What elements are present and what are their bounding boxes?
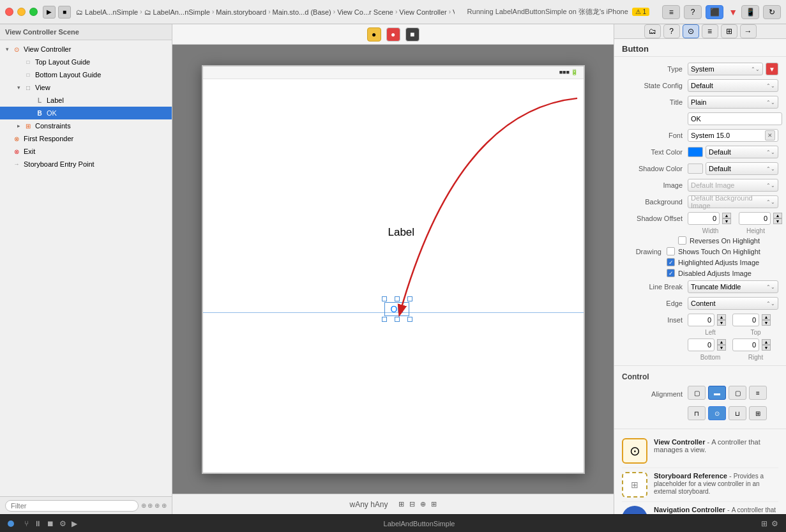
bottom-right-labels-row: Bottom Right [614, 353, 786, 361]
background-select[interactable]: Default Background Image ⌃⌄ [688, 195, 778, 208]
canvas-icon-zoom[interactable]: ⊕ [420, 500, 426, 508]
tree-item-view[interactable]: □ View [0, 81, 172, 94]
shadow-w-down[interactable]: ▼ [722, 218, 731, 224]
filter-input[interactable] [5, 500, 139, 512]
font-clear-btn[interactable]: ✕ [765, 130, 775, 141]
breadcrumb-item-2[interactable]: 🗂 LabelAn...nSimple [144, 8, 210, 16]
align-justify-btn[interactable]: ≡ [749, 386, 767, 400]
stop-button[interactable]: ■ [58, 6, 71, 19]
breadcrumb-item-5[interactable]: View Co...r Scene [337, 8, 393, 16]
canvas-icon-grid[interactable]: ⊞ [398, 500, 404, 508]
toolbar-toggle[interactable]: ⬛ [706, 5, 723, 19]
shadow-h-down[interactable]: ▼ [773, 218, 782, 224]
shadow-color-swatch[interactable] [688, 163, 703, 174]
quick-help-btn[interactable]: ? [663, 24, 680, 38]
disabled-image-checkbox[interactable]: ✓ [667, 269, 675, 277]
state-config-control: Default ⌃⌄ [688, 79, 778, 92]
type-select[interactable]: System ⌃⌄ [688, 63, 763, 75]
edge-arrow: ⌃⌄ [766, 301, 775, 307]
debug-toggle[interactable]: ? [684, 5, 702, 19]
highlighted-image-checkbox[interactable]: ✓ [667, 258, 675, 266]
breadcrumb-item-4[interactable]: Main.sto...d (Base) [272, 8, 331, 16]
align-top-btn[interactable]: ⊓ [688, 406, 706, 420]
shadow-color-arrow: ⌃⌄ [766, 166, 775, 172]
label-ui-element[interactable]: Label [388, 226, 415, 239]
edge-select[interactable]: Content ⌃⌄ [688, 297, 778, 310]
image-select[interactable]: Default Image ⌃⌄ [688, 179, 778, 192]
size-inspector-btn[interactable]: ⊞ [721, 24, 737, 38]
canvas-body[interactable]: ■■■ 🔋 Label [172, 45, 614, 494]
font-row: Font System 15.0 ✕ [614, 127, 786, 144]
inset-top-input[interactable] [732, 314, 759, 326]
align-bottom-btn[interactable]: ⊔ [729, 406, 746, 420]
tree-item-fr[interactable]: ⊗ First Responder [0, 132, 172, 145]
title-select[interactable]: Plain ⌃⌄ [688, 96, 778, 109]
inset-bottom-up[interactable]: ▲ [717, 339, 726, 345]
font-field[interactable]: System 15.0 ✕ [688, 129, 778, 142]
canvas-icon-fit[interactable]: ⊞ [431, 500, 437, 508]
shadow-offset-h-input[interactable] [739, 212, 771, 225]
inset-right-input[interactable] [732, 338, 759, 351]
canvas-zoom-fit[interactable]: ● [367, 27, 381, 42]
tree-label-sep: Storyboard Entry Point [24, 160, 94, 168]
tree-item-sep[interactable]: → Storyboard Entry Point [0, 158, 172, 171]
align-center-btn[interactable]: ▬ [708, 386, 726, 400]
reverses-checkbox[interactable] [678, 236, 686, 245]
inset-left-up[interactable]: ▲ [717, 314, 726, 320]
text-color-select[interactable]: Default ⌃⌄ [706, 146, 778, 158]
inset-bottom-control: ▲ ▼ ▲ ▼ [688, 338, 778, 351]
breadcrumb-item-3[interactable]: Main.storyboard [216, 8, 266, 16]
button-ui-element[interactable]: OK [382, 296, 412, 322]
canvas-icon-grid2[interactable]: ⊟ [409, 500, 415, 508]
fullscreen-button[interactable] [29, 8, 38, 16]
minimize-button[interactable] [17, 8, 26, 16]
tree-item-blg[interactable]: □ Bottom Layout Guide [0, 68, 172, 81]
button-content: OK [384, 302, 409, 316]
shadow-color-select[interactable]: Default ⌃⌄ [706, 162, 778, 175]
canvas-icon3[interactable]: ■ [405, 27, 419, 42]
tree-item-exit[interactable]: ⊗ Exit [0, 145, 172, 158]
assistant-toggle[interactable]: ↻ [763, 5, 781, 19]
breadcrumb-item-1[interactable]: 🗂 LabelA...nSimple [76, 8, 138, 16]
tree-item-tlg[interactable]: □ Top Layout Guide [0, 56, 172, 68]
canvas-icon2[interactable]: ● [386, 27, 400, 42]
navigator-toggle[interactable]: ≡ [662, 5, 680, 19]
file-inspector-btn[interactable]: 🗂 [644, 24, 661, 38]
align-left-btn[interactable]: ▢ [688, 386, 706, 400]
breadcrumb-item-7[interactable]: View [453, 8, 455, 16]
inset-bottom-down[interactable]: ▼ [717, 345, 726, 351]
inset-top-down[interactable]: ▼ [762, 320, 771, 326]
align-vcenter-btn[interactable]: ⊙ [708, 406, 726, 420]
scheme-selector[interactable]: ▶ [43, 6, 56, 19]
tree-item-ok[interactable]: B OK [0, 107, 172, 119]
breadcrumb-item-6[interactable]: View Controller [399, 8, 446, 16]
text-color-swatch[interactable] [688, 147, 703, 157]
line-break-select[interactable]: Truncate Middle ⌃⌄ [688, 280, 778, 293]
title-text-input[interactable] [688, 112, 782, 125]
inset-top-up[interactable]: ▲ [762, 314, 771, 320]
connections-inspector-btn[interactable]: → [740, 24, 757, 38]
shows-touch-checkbox[interactable] [667, 247, 675, 255]
background-control: Default Background Image ⌃⌄ [688, 195, 778, 208]
align-right-btn[interactable]: ▢ [729, 386, 746, 400]
align-fill-btn[interactable]: ⊞ [749, 406, 767, 420]
bottom-label: Bottom [688, 354, 733, 361]
shadow-h-up[interactable]: ▲ [773, 213, 782, 218]
shadow-w-up[interactable]: ▲ [722, 213, 731, 218]
state-config-select[interactable]: Default ⌃⌄ [688, 79, 778, 92]
device-toggle[interactable]: 📱 [741, 5, 759, 19]
tree-item-label[interactable]: L Label [0, 94, 172, 107]
tree-item-constraints[interactable]: ⊞ Constraints [0, 119, 172, 132]
identity-inspector-btn[interactable]: ⊙ [683, 24, 699, 38]
attributes-inspector-btn[interactable]: ≡ [702, 24, 718, 38]
close-button[interactable] [5, 8, 13, 16]
iphone-content[interactable]: Label OK [203, 79, 584, 473]
inset-bottom-input[interactable] [688, 338, 714, 351]
shadow-offset-w-input[interactable] [688, 212, 720, 225]
size-selector[interactable]: wAny hAny [349, 500, 388, 509]
inset-left-down[interactable]: ▼ [717, 320, 726, 326]
inset-right-up[interactable]: ▲ [762, 339, 771, 345]
inset-left-input[interactable] [688, 314, 714, 326]
inset-right-down[interactable]: ▼ [762, 345, 771, 351]
tree-item-vc[interactable]: ⊙ View Controller [0, 43, 172, 56]
